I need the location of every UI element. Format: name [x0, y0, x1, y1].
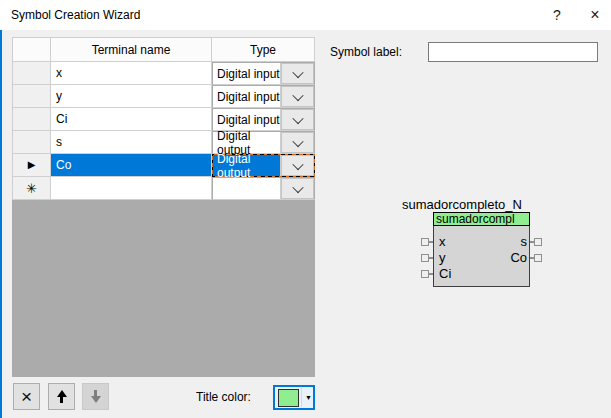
table-new-row: ✳	[12, 177, 315, 200]
type-dropdown-button[interactable]	[281, 86, 314, 107]
chevron-down-icon	[292, 135, 303, 146]
help-icon: ?	[553, 7, 561, 23]
title-color-dropdown[interactable]: ▼	[273, 385, 315, 410]
delete-terminal-button[interactable]: ×	[13, 383, 40, 410]
terminal-name-cell[interactable]: x	[51, 62, 212, 85]
pin-label-left: Ci	[439, 267, 451, 280]
combo-divider	[301, 388, 302, 407]
pin-stub-icon	[421, 270, 429, 278]
window-accent-border	[0, 0, 2, 418]
delete-x-icon: ×	[21, 387, 32, 406]
dropdown-arrow-icon: ▼	[305, 394, 312, 401]
help-button[interactable]: ?	[541, 0, 573, 30]
terminal-type-cell[interactable]: Digital input	[213, 63, 281, 84]
close-button[interactable]: ×	[579, 0, 611, 30]
table-row-selected: ▶ Co Digital output	[12, 154, 315, 177]
terminal-type-cell-focused[interactable]: Digital output	[213, 155, 281, 176]
row-selector[interactable]	[12, 131, 51, 154]
move-up-button[interactable]	[48, 383, 75, 410]
symbol-preview: sumadorcompleto_N sumadorcompl x y Ci s …	[400, 196, 560, 300]
type-dropdown-button[interactable]	[281, 63, 314, 84]
grid-header-row: Terminal name Type	[12, 37, 315, 62]
pin-wire	[429, 273, 433, 275]
new-row-selector[interactable]: ✳	[12, 177, 51, 200]
arrow-up-icon	[57, 390, 67, 397]
terminal-type-cell-empty[interactable]	[213, 178, 281, 199]
chevron-down-icon	[292, 181, 303, 192]
row-selector[interactable]	[12, 108, 51, 131]
type-dropdown-button[interactable]	[281, 178, 314, 199]
pin-label-left: x	[439, 235, 446, 248]
type-cell-group	[212, 177, 315, 200]
pin-wire	[429, 257, 433, 259]
pin-stub-icon	[421, 238, 429, 246]
terminal-name-cell[interactable]: s	[51, 131, 212, 154]
new-row-asterisk-icon: ✳	[26, 182, 37, 195]
chevron-down-icon	[292, 89, 303, 100]
current-row-arrow-icon: ▶	[28, 160, 36, 170]
symbol-name-text: sumadorcompleto_N	[402, 197, 522, 212]
pin-stub-icon	[534, 254, 542, 262]
chevron-down-icon	[292, 158, 303, 169]
terminal-name-cell[interactable]: y	[51, 85, 212, 108]
grid-corner-cell[interactable]	[12, 37, 51, 62]
terminal-type-cell[interactable]: Digital output	[213, 132, 281, 153]
table-row: x Digital input	[12, 62, 315, 85]
column-header-terminal-name[interactable]: Terminal name	[51, 37, 212, 62]
chevron-down-icon	[292, 66, 303, 77]
terminal-name-cell-empty[interactable]	[51, 177, 212, 200]
close-icon: ×	[590, 6, 599, 24]
pin-stub-icon	[421, 254, 429, 262]
pin-label-right: Co	[510, 251, 527, 264]
terminal-type-cell[interactable]: Digital input	[213, 109, 281, 130]
title-color-caption: Title color:	[196, 390, 251, 404]
titlebar: Symbol Creation Wizard ? ×	[0, 0, 611, 30]
row-selector[interactable]	[12, 85, 51, 108]
table-row: y Digital input	[12, 85, 315, 108]
terminal-type-cell[interactable]: Digital input	[213, 86, 281, 107]
window-title: Symbol Creation Wizard	[11, 8, 140, 22]
symbol-label-input[interactable]	[428, 42, 598, 62]
pin-label-left: y	[439, 251, 446, 264]
color-swatch	[278, 389, 299, 407]
symbol-label-caption: Symbol label:	[330, 45, 402, 59]
type-dropdown-button[interactable]	[281, 155, 314, 176]
symbol-title-bar: sumadorcompl	[433, 212, 530, 226]
column-header-type[interactable]: Type	[212, 37, 315, 62]
type-cell-group: Digital input	[212, 62, 315, 85]
terminal-name-cell[interactable]: Co	[51, 154, 212, 177]
type-cell-group: Digital input	[212, 85, 315, 108]
row-selector[interactable]	[12, 62, 51, 85]
move-down-button[interactable]	[82, 383, 109, 410]
row-selector-current[interactable]: ▶	[12, 154, 51, 177]
type-cell-group-focused: Digital output	[212, 154, 315, 177]
chevron-down-icon	[292, 112, 303, 123]
pin-wire	[429, 241, 433, 243]
type-dropdown-button[interactable]	[281, 109, 314, 130]
terminal-grid: Terminal name Type x Digital input y Dig…	[12, 37, 315, 377]
pin-label-right: s	[521, 235, 528, 248]
type-dropdown-button[interactable]	[281, 132, 314, 153]
terminal-name-cell[interactable]: Ci	[51, 108, 212, 131]
arrow-down-icon	[91, 396, 101, 403]
pin-stub-icon	[534, 238, 542, 246]
